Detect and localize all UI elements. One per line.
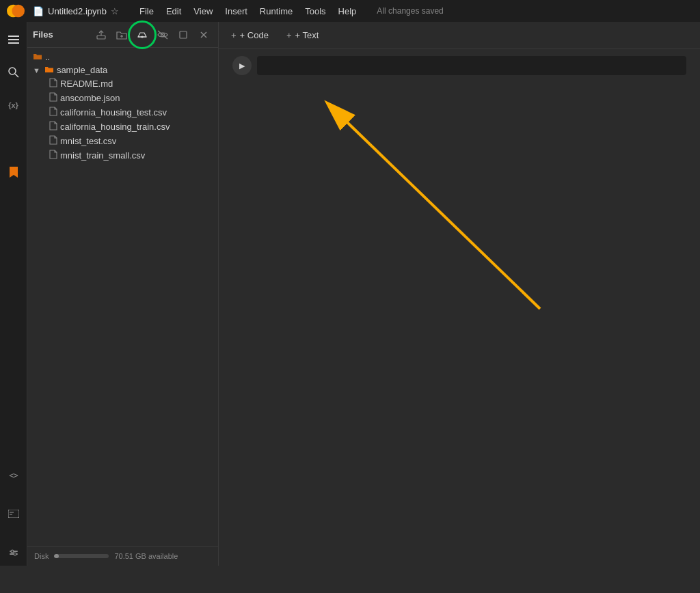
files-sidebar-icon[interactable]: [3, 61, 25, 83]
file-mnist-train-icon: [49, 150, 57, 161]
text-label: + Text: [295, 30, 319, 40]
code-cell: ▶: [232, 56, 686, 75]
left-sidebar-icons: {x} <>: [0, 22, 27, 566]
menu-edit[interactable]: Edit: [161, 4, 187, 18]
svg-line-6: [15, 74, 18, 77]
code-label: + Code: [240, 30, 269, 40]
svg-rect-3: [8, 39, 19, 40]
file-ca-test-icon: [49, 107, 57, 118]
notebook-name[interactable]: Untitled2.ipynb: [48, 6, 107, 16]
tree-item-parent[interactable]: ..: [27, 51, 218, 64]
files-panel-title: Files: [33, 29, 53, 40]
svg-rect-2: [8, 36, 19, 37]
file-tree: .. ▼ sample_data: [27, 48, 218, 546]
disk-usage: Disk 70.51 GB available: [27, 546, 218, 566]
parent-dir-label: ..: [45, 52, 50, 62]
readme-label: README.md: [60, 79, 113, 89]
cell-run-button[interactable]: ▶: [232, 56, 252, 75]
new-folder-icon: [116, 30, 127, 40]
svg-point-12: [11, 550, 14, 553]
x-icon: [200, 31, 207, 38]
terminal-sidebar-icon[interactable]: [3, 503, 25, 525]
disk-bar-container: [54, 554, 109, 558]
menu-file[interactable]: File: [134, 4, 159, 18]
settings-icon: [8, 547, 19, 557]
mnist-test-label: mnist_test.csv: [60, 136, 116, 146]
menubar: File Edit View Insert Runtime Tools Help: [134, 4, 362, 18]
anscombe-label: anscombe.json: [60, 93, 120, 103]
menu-tools[interactable]: Tools: [299, 4, 331, 18]
notebook-title: 📄 Untitled2.ipynb ☆: [33, 6, 119, 16]
mount-drive-button[interactable]: [133, 26, 151, 44]
file-icon-svg2: [49, 92, 57, 102]
hamburger-menu-icon[interactable]: [3, 29, 25, 51]
tree-item-sample-data[interactable]: ▼ sample_data: [27, 64, 218, 77]
menu-view[interactable]: View: [188, 4, 218, 18]
file-icon-svg: [49, 78, 57, 87]
menu-insert[interactable]: Insert: [219, 4, 253, 18]
sample-data-label: sample_data: [57, 65, 107, 75]
eye-off-icon: [157, 30, 168, 40]
folder-svg: [44, 65, 54, 73]
file-icon-svg6: [49, 150, 57, 159]
close-panel-button[interactable]: [174, 26, 192, 44]
tree-item-anscombe[interactable]: anscombe.json: [27, 91, 218, 105]
upload-file-button[interactable]: [92, 26, 110, 44]
mount-drive-icon: [137, 30, 148, 40]
close-x-button[interactable]: [195, 26, 213, 44]
save-status: All changes saved: [377, 6, 443, 16]
menu-runtime[interactable]: Runtime: [254, 4, 298, 18]
settings-sidebar-icon[interactable]: [3, 541, 25, 563]
tree-item-ca-train[interactable]: california_housing_train.csv: [27, 120, 218, 134]
cell-body[interactable]: [257, 56, 686, 75]
expand-arrow: ▼: [33, 66, 40, 74]
disk-available: 70.51 GB available: [114, 552, 178, 560]
new-folder-button[interactable]: [113, 26, 131, 44]
file-anscombe-icon: [49, 92, 57, 104]
svg-rect-4: [8, 42, 19, 44]
colab-logo-svg: [7, 2, 25, 20]
files-header-actions: [92, 26, 213, 44]
tree-item-ca-test[interactable]: california_housing_test.csv: [27, 105, 218, 120]
folder-icon-svg: [33, 52, 42, 60]
topbar: 📄 Untitled2.ipynb ☆ File Edit View Inser…: [0, 0, 700, 22]
close-icon: [179, 31, 187, 39]
hamburger-svg: [8, 36, 19, 44]
svg-line-21: [158, 31, 167, 39]
plus-text-icon: +: [286, 30, 292, 40]
file-icon-svg3: [49, 107, 57, 116]
menu-help[interactable]: Help: [333, 4, 362, 18]
files-panel: Files: [27, 22, 219, 566]
file-readme-icon: [49, 78, 57, 89]
upload-file-icon: [96, 30, 106, 40]
colab-logo: [7, 2, 25, 20]
disk-label: Disk: [34, 552, 49, 560]
svg-rect-14: [97, 36, 105, 39]
disk-bar-fill: [54, 554, 58, 558]
file-icon-svg5: [49, 135, 57, 145]
bookmark-icon: [9, 166, 18, 178]
svg-point-13: [14, 553, 16, 555]
tree-item-mnist-test[interactable]: mnist_test.csv: [27, 134, 218, 148]
content-area: + + Code + + Text ▶: [219, 22, 700, 566]
refresh-button[interactable]: [154, 26, 172, 44]
cell-container: ▶: [219, 49, 700, 85]
plus-code-icon: +: [231, 30, 237, 40]
folder-up-icon: [33, 52, 42, 62]
files-panel-header: Files: [27, 22, 218, 48]
tree-item-readme[interactable]: README.md: [27, 77, 218, 91]
code-sidebar-icon[interactable]: <>: [3, 465, 25, 486]
bookmark-sidebar-icon[interactable]: [3, 161, 25, 183]
folder-sample-data-icon: [44, 65, 54, 75]
svg-rect-22: [180, 31, 187, 38]
file-ca-train-icon: [49, 121, 57, 133]
svg-point-5: [9, 68, 16, 74]
variables-sidebar-icon[interactable]: {x}: [3, 94, 25, 116]
ca-test-label: california_housing_test.csv: [60, 107, 167, 118]
tree-item-mnist-train[interactable]: mnist_train_small.csv: [27, 148, 218, 163]
arrow-annotation: [239, 63, 581, 370]
star-icon[interactable]: ☆: [111, 6, 119, 16]
add-code-button[interactable]: + + Code: [224, 27, 275, 43]
terminal-icon: [8, 510, 19, 518]
add-text-button[interactable]: + + Text: [280, 27, 325, 43]
